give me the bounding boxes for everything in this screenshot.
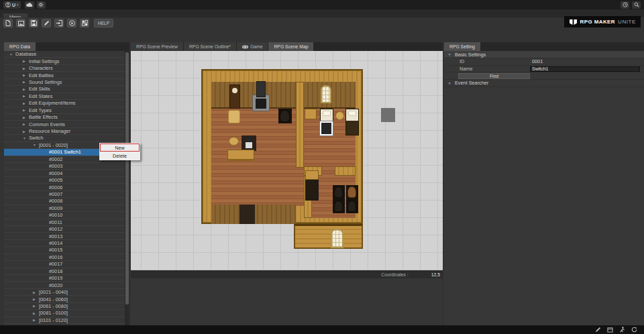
tree-item[interactable]: ▶Edit States <box>4 93 125 100</box>
event-searcher-arrow-icon[interactable]: ▼ <box>444 81 455 85</box>
expanded-arrow-icon[interactable]: ▼ <box>9 52 15 56</box>
tree-item-label: Resource Manager <box>29 128 70 134</box>
tree-item[interactable]: ▶Edit Battles <box>4 72 125 78</box>
expanded-arrow-icon[interactable]: ▼ <box>444 52 455 56</box>
tree-item[interactable]: #0008 <box>4 198 125 205</box>
tree-item[interactable]: #0011 <box>4 219 125 226</box>
user-avatar-icon <box>5 2 11 7</box>
collapsed-arrow-icon[interactable]: ▶ <box>23 73 29 77</box>
tree-item-label: [0041 - 0060] <box>39 296 68 302</box>
user-account-button[interactable]: U ▾ <box>3 1 21 9</box>
map-canvas[interactable] <box>131 51 443 270</box>
bed-right <box>345 109 359 135</box>
expanded-arrow-icon[interactable]: ▼ <box>33 143 39 147</box>
tree-item[interactable]: ▼Database <box>4 51 125 58</box>
tab-rpg-scene-map[interactable]: RPG Scene Map <box>268 42 313 51</box>
tree-item[interactable]: ▶Common Events <box>4 121 125 127</box>
new-file-button[interactable] <box>3 19 13 27</box>
cloud-icon <box>26 3 33 7</box>
tree-item[interactable]: ▶Edit Equipment/Items <box>4 100 125 107</box>
tree-item[interactable]: #0018 <box>4 268 125 275</box>
collapsed-arrow-icon[interactable]: ▶ <box>23 87 29 91</box>
tree-item[interactable]: ▶Edit Types <box>4 107 125 114</box>
tree-item-label: #0003 <box>49 163 62 169</box>
tree-item[interactable]: #0020 <box>4 282 125 288</box>
tree-item[interactable]: #0012 <box>4 226 125 233</box>
tab-rpg-scene-outline[interactable]: RPG Scene Outline* <box>184 42 236 51</box>
tree-scrollbar[interactable] <box>125 51 129 325</box>
tree-item[interactable]: ▶[0021 - 0040] <box>4 289 125 296</box>
collapsed-arrow-icon[interactable]: ▶ <box>33 297 39 301</box>
cloud-sync-button[interactable] <box>25 1 34 9</box>
help-button[interactable]: HELP <box>94 19 113 27</box>
refresh-icon[interactable] <box>631 327 637 333</box>
tree-item[interactable]: #0005 <box>4 177 125 184</box>
tree-item[interactable]: #0014 <box>4 240 125 247</box>
import-button[interactable] <box>54 19 64 27</box>
database-tree[interactable]: ▼Database▶Initial Settings▶Characters▶Ed… <box>4 51 125 325</box>
collapsed-arrow-icon[interactable]: ▶ <box>33 290 39 294</box>
user-initial: U <box>12 3 15 7</box>
selected-map-tile[interactable] <box>320 121 333 135</box>
tree-item[interactable]: #0016 <box>4 254 125 261</box>
id-label: ID <box>460 58 464 64</box>
tree-item[interactable]: ▼Switch <box>4 135 125 142</box>
collapsed-arrow-icon[interactable]: ▶ <box>23 108 29 112</box>
tree-item[interactable]: #0006 <box>4 184 125 190</box>
tree-item[interactable]: #0013 <box>4 233 125 239</box>
tree-item[interactable]: #0007 <box>4 191 125 198</box>
collapsed-arrow-icon[interactable]: ▶ <box>33 318 39 322</box>
tab-rpg-data[interactable]: RPG Data <box>4 42 36 51</box>
collapsed-arrow-icon[interactable]: ▶ <box>23 66 29 70</box>
tree-scrollbar-thumb[interactable] <box>125 52 129 304</box>
collapsed-arrow-icon[interactable]: ▶ <box>23 122 29 126</box>
tree-item[interactable]: ▶[0101 - 0120] <box>4 317 125 324</box>
collapsed-arrow-icon[interactable]: ▶ <box>33 304 39 308</box>
package-icon[interactable] <box>607 327 613 333</box>
collapsed-arrow-icon[interactable]: ▶ <box>23 59 29 63</box>
tree-item[interactable]: ▶Edit Skills <box>4 86 125 93</box>
collapsed-arrow-icon[interactable]: ▶ <box>23 80 29 84</box>
runner-icon[interactable] <box>619 327 625 333</box>
event-searcher-header[interactable]: ▼ Event Searcher <box>444 80 644 87</box>
edit-button[interactable] <box>42 19 51 27</box>
map-gray-tile[interactable] <box>381 108 395 122</box>
tree-item[interactable]: ▶Sound Settings <box>4 79 125 86</box>
collapsed-arrow-icon[interactable]: ▶ <box>23 129 29 133</box>
search-button[interactable] <box>632 1 641 9</box>
tree-item[interactable]: ▶[0041 - 0060] <box>4 296 125 302</box>
save-button[interactable] <box>29 19 38 27</box>
tree-item[interactable]: #0004 <box>4 170 125 176</box>
tab-rpg-setting[interactable]: RPG Setting <box>444 42 480 51</box>
collapsed-arrow-icon[interactable]: ▶ <box>23 94 29 98</box>
tree-item[interactable]: ▶Battle Effects <box>4 114 125 121</box>
collapsed-arrow-icon[interactable]: ▶ <box>23 101 29 105</box>
collapsed-arrow-icon[interactable]: ▶ <box>33 311 39 315</box>
tree-item[interactable]: ▶[0061 - 0080] <box>4 303 125 310</box>
expanded-arrow-icon[interactable]: ▼ <box>23 136 29 140</box>
tree-item[interactable]: ▶Initial Settings <box>4 58 125 64</box>
basic-settings-header[interactable]: ▼ Basic Settings <box>444 51 644 58</box>
settings-button[interactable] <box>37 1 46 9</box>
name-input[interactable] <box>530 66 640 72</box>
context-menu-item[interactable]: Delete <box>100 152 140 160</box>
tree-item[interactable]: ▶Characters <box>4 65 125 72</box>
find-button[interactable]: Find <box>458 73 530 79</box>
tree-item[interactable]: ▶[0081 - 0100] <box>4 310 125 317</box>
context-menu-item[interactable]: New <box>100 144 140 152</box>
open-scene-button[interactable] <box>16 19 25 27</box>
tree-item[interactable]: #0003 <box>4 163 125 170</box>
tree-item[interactable]: #0010 <box>4 212 125 219</box>
tree-item[interactable]: #0019 <box>4 275 125 282</box>
build-button[interactable] <box>80 19 89 27</box>
collapsed-arrow-icon[interactable]: ▶ <box>23 115 29 119</box>
brush-icon[interactable] <box>595 327 601 333</box>
tab-game[interactable]: Game <box>237 42 268 51</box>
play-button[interactable] <box>67 19 76 27</box>
tree-item[interactable]: #0017 <box>4 261 125 268</box>
tab-rpg-scene-preview[interactable]: RPG Scene Preview <box>131 42 183 51</box>
tree-item[interactable]: #0009 <box>4 205 125 212</box>
history-button[interactable] <box>621 1 629 9</box>
tree-item[interactable]: ▶Resource Manager <box>4 128 125 135</box>
tree-item[interactable]: #0015 <box>4 247 125 254</box>
